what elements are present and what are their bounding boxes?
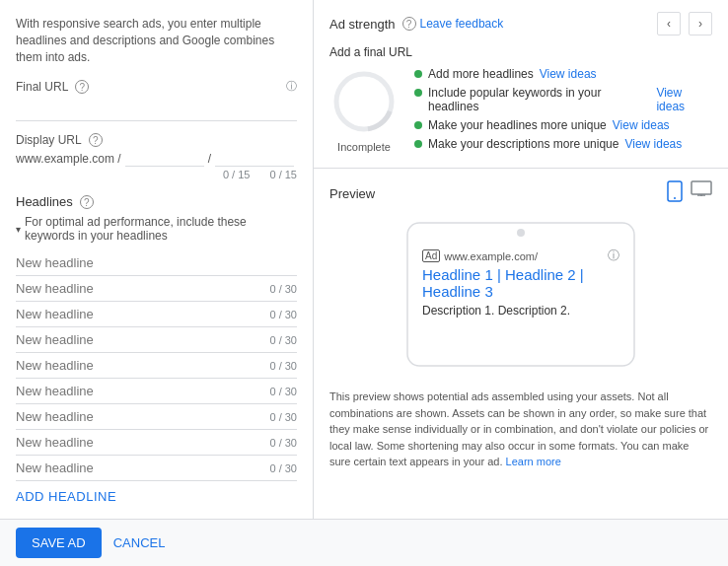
strength-label: Incomplete xyxy=(329,141,399,153)
headline-counter-7: 0 / 30 xyxy=(269,437,297,449)
display-url-help-icon[interactable]: ? xyxy=(89,133,103,147)
svg-point-3 xyxy=(674,197,676,199)
headline-row-7: 0 / 30 xyxy=(16,430,297,456)
headline-row-3: 0 / 30 xyxy=(16,327,297,353)
dot-icon-0 xyxy=(414,70,422,78)
ad-url: www.example.com/ xyxy=(444,250,538,262)
ad-strength-section: Ad strength ? Leave feedback ‹ › Add a f… xyxy=(314,0,728,169)
save-ad-button[interactable]: SAVE AD xyxy=(16,528,102,558)
cancel-button[interactable]: CANCEL xyxy=(113,535,166,550)
preview-header: Preview xyxy=(329,180,712,206)
svg-point-6 xyxy=(517,229,525,237)
preview-section: Preview xyxy=(314,169,728,482)
ad-strength-label: Ad strength xyxy=(329,17,396,32)
suggestion-link-3[interactable]: View ideas xyxy=(624,137,682,151)
display-url-slash: / xyxy=(208,152,211,166)
headline-input-3[interactable] xyxy=(16,332,269,347)
display-url-row: www.example.com / / xyxy=(16,151,297,167)
suggestion-2: Make your headlines more unique View ide… xyxy=(414,118,712,132)
preview-card-container: Ad www.example.com/ ⓘ Headline 1 | Headl… xyxy=(329,218,712,379)
final-url-help-icon[interactable]: ? xyxy=(75,80,89,94)
preview-note: This preview shows potential ads assembl… xyxy=(329,389,712,470)
headline-input-4[interactable] xyxy=(16,358,269,373)
prev-button[interactable]: ‹ xyxy=(657,12,681,35)
final-url-input[interactable] xyxy=(16,102,297,116)
ad-tag: Ad xyxy=(422,249,440,262)
strength-circle-svg xyxy=(329,67,399,136)
learn-more-link[interactable]: Learn more xyxy=(506,456,561,467)
headline-counter-3: 0 / 30 xyxy=(269,334,297,346)
headline-input-6[interactable] xyxy=(16,409,269,424)
keyword-hint-text: For optimal ad performance, include thes… xyxy=(25,215,297,243)
headline-counter-8: 0 / 30 xyxy=(269,462,297,474)
display-url-prefix: www.example.com / xyxy=(16,152,121,166)
suggestion-text-2: Make your headlines more unique xyxy=(428,118,607,132)
headline-counter-5: 0 / 30 xyxy=(269,386,297,397)
headlines-list: 0 / 30 0 / 30 0 / 30 0 / 30 0 / 30 0 / 3… xyxy=(16,250,297,481)
bottom-bar: SAVE AD CANCEL xyxy=(0,519,728,566)
display-url-section: Display URL ? www.example.com / / 0 / 15… xyxy=(16,133,297,180)
dot-icon-3 xyxy=(414,140,422,148)
headline-input-7[interactable] xyxy=(16,435,269,450)
display-url-part2-input[interactable] xyxy=(215,152,294,166)
ad-headline: Headline 1 | Headline 2 | Headline 3 xyxy=(422,266,619,300)
headline-input-2[interactable] xyxy=(16,307,269,321)
headline-counter-4: 0 / 30 xyxy=(269,360,297,372)
ad-strength-title: Ad strength ? Leave feedback xyxy=(329,17,503,32)
display-url-part2 xyxy=(215,151,294,167)
strength-visual: Incomplete xyxy=(329,67,399,153)
mobile-view-button[interactable] xyxy=(667,180,683,206)
suggestion-0: Add more headlines View ideas xyxy=(414,67,712,81)
suggestion-text-0: Add more headlines xyxy=(428,67,534,81)
display-url-part1 xyxy=(125,151,204,167)
headlines-section-title: Headlines ? xyxy=(16,194,297,209)
dot-icon-1 xyxy=(414,89,422,97)
headline-input-5[interactable] xyxy=(16,384,269,398)
ad-strength-help-icon[interactable]: ? xyxy=(402,17,416,31)
ad-description: Description 1. Description 2. xyxy=(422,304,619,318)
suggestion-link-0[interactable]: View ideas xyxy=(540,67,597,81)
suggestion-link-2[interactable]: View ideas xyxy=(613,118,670,132)
headline-row-1: 0 / 30 xyxy=(16,276,297,302)
ad-preview-inner: Ad www.example.com/ ⓘ Headline 1 | Headl… xyxy=(422,248,619,318)
suggestion-text-3: Make your descriptions more unique xyxy=(428,137,619,151)
final-url-info-icon[interactable]: ⓘ xyxy=(286,79,297,94)
preview-icons xyxy=(667,180,712,206)
final-url-section: Final URL ? ⓘ xyxy=(16,79,297,121)
dot-icon-2 xyxy=(414,121,422,129)
desktop-icon xyxy=(691,180,712,198)
headline-input-0[interactable] xyxy=(16,255,297,270)
ad-strength-header: Ad strength ? Leave feedback ‹ › xyxy=(329,12,712,35)
leave-feedback-link[interactable]: Leave feedback xyxy=(420,17,504,31)
preview-title: Preview xyxy=(329,186,375,201)
ad-info-icon: ⓘ xyxy=(608,248,619,264)
next-button[interactable]: › xyxy=(689,12,712,35)
final-url-label: Final URL xyxy=(16,80,68,94)
svg-rect-4 xyxy=(692,181,711,194)
headline-row-0 xyxy=(16,250,297,276)
add-headline-button[interactable]: ADD HEADLINE xyxy=(16,489,116,504)
final-url-input-row xyxy=(16,98,297,121)
headline-row-6: 0 / 30 xyxy=(16,404,297,430)
headline-input-8[interactable] xyxy=(16,460,269,475)
mobile-icon xyxy=(667,180,683,202)
phone-frame: Ad www.example.com/ ⓘ Headline 1 | Headl… xyxy=(402,218,639,379)
left-panel: With responsive search ads, you enter mu… xyxy=(0,0,314,519)
intro-text: With responsive search ads, you enter mu… xyxy=(16,16,297,65)
suggestion-link-1[interactable]: View ideas xyxy=(656,86,712,113)
display-url-counters: 0 / 15 0 / 15 xyxy=(16,169,297,180)
chevron-down-icon: ▾ xyxy=(16,224,21,235)
ad-badge: Ad www.example.com/ ⓘ xyxy=(422,248,619,264)
ad-strength-body: Incomplete Add more headlines View ideas… xyxy=(329,67,712,156)
display-url-counter2: 0 / 15 xyxy=(269,169,297,180)
desktop-view-button[interactable] xyxy=(691,180,712,206)
headlines-help-icon[interactable]: ? xyxy=(80,195,94,209)
suggestion-1: Include popular keywords in your headlin… xyxy=(414,86,712,113)
headline-row-4: 0 / 30 xyxy=(16,353,297,379)
headline-input-1[interactable] xyxy=(16,281,269,296)
headline-row-5: 0 / 30 xyxy=(16,379,297,404)
display-url-part1-input[interactable] xyxy=(125,152,204,166)
headline-row-8: 0 / 30 xyxy=(16,456,297,481)
suggestion-3: Make your descriptions more unique View … xyxy=(414,137,712,151)
headline-row-2: 0 / 30 xyxy=(16,302,297,327)
